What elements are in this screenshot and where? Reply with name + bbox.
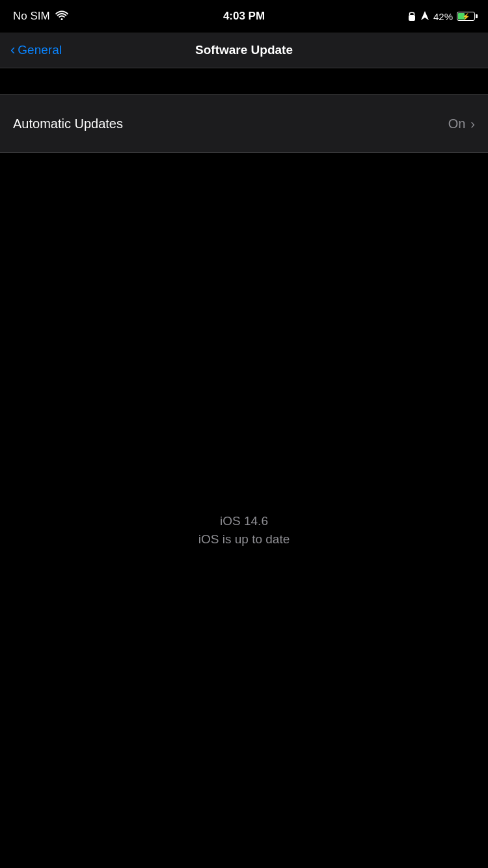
bolt-icon: ⚡ — [462, 13, 470, 20]
carrier-label: No SIM — [13, 10, 50, 23]
status-time: 4:03 PM — [223, 10, 265, 23]
status-right: 42% ⚡ — [407, 10, 475, 23]
wifi-icon — [55, 10, 68, 23]
battery-icon: ⚡ — [457, 12, 475, 21]
svg-point-0 — [61, 18, 62, 20]
page-title: Software Update — [195, 43, 293, 57]
battery-percent: 42% — [433, 11, 453, 22]
status-bar: No SIM 4:03 PM 42% ⚡ — [0, 0, 488, 33]
lock-icon — [407, 10, 416, 23]
automatic-updates-label: Automatic Updates — [13, 116, 123, 131]
automatic-updates-section: Automatic Updates On › — [0, 94, 488, 153]
back-label: General — [18, 43, 62, 57]
ios-status-label: iOS is up to date — [198, 532, 290, 547]
location-icon — [420, 10, 429, 23]
back-chevron-icon: ‹ — [10, 43, 15, 57]
automatic-updates-row[interactable]: Automatic Updates On › — [0, 95, 488, 152]
spacer — [0, 68, 488, 94]
status-left: No SIM — [13, 10, 68, 23]
ios-version-label: iOS 14.6 — [220, 514, 268, 528]
automatic-updates-value: On — [448, 116, 466, 131]
svg-rect-1 — [409, 15, 415, 21]
back-button[interactable]: ‹ General — [10, 43, 62, 57]
chevron-right-icon: › — [470, 116, 475, 131]
automatic-updates-value-container: On › — [448, 116, 475, 131]
content-center: iOS 14.6 iOS is up to date — [198, 153, 290, 868]
main-content: iOS 14.6 iOS is up to date — [0, 153, 488, 868]
nav-bar: ‹ General Software Update — [0, 33, 488, 68]
svg-marker-2 — [421, 11, 429, 20]
